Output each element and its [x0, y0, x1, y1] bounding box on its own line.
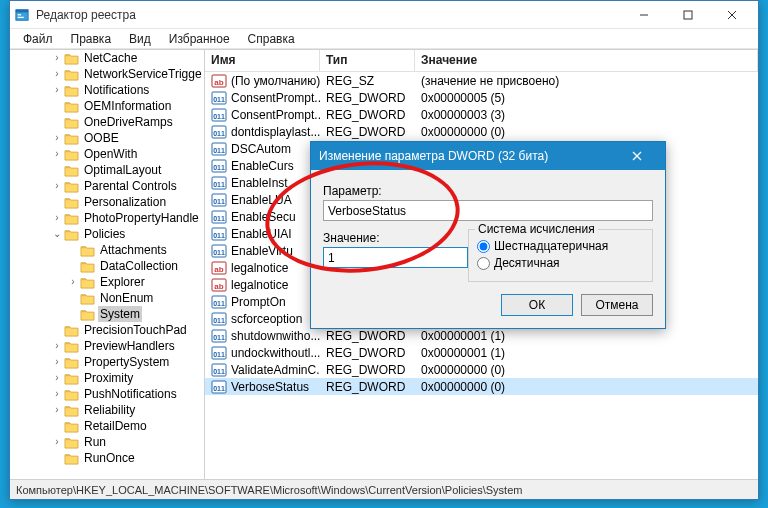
tree-label[interactable]: OOBE	[82, 130, 121, 146]
value-row[interactable]: 011ConsentPrompt...REG_DWORD0x00000005 (…	[205, 89, 758, 106]
tree-node[interactable]: ›PropertySystem	[10, 354, 204, 370]
maximize-button[interactable]	[666, 1, 710, 29]
menu-view[interactable]: Вид	[122, 31, 158, 47]
chevron-down-icon[interactable]: ⌄	[50, 226, 64, 242]
folder-icon	[80, 292, 95, 305]
registry-tree[interactable]: ›NetCache›NetworkServiceTrigge›Notificat…	[10, 50, 205, 479]
chevron-right-icon[interactable]: ›	[50, 338, 64, 354]
chevron-right-icon[interactable]: ›	[50, 66, 64, 82]
tree-label[interactable]: PropertySystem	[82, 354, 171, 370]
param-input[interactable]	[323, 200, 653, 221]
chevron-right-icon[interactable]: ›	[50, 434, 64, 450]
tree-node[interactable]: ›Explorer	[10, 274, 204, 290]
tree-label[interactable]: Attachments	[98, 242, 169, 258]
chevron-right-icon[interactable]: ›	[50, 130, 64, 146]
tree-label[interactable]: Notifications	[82, 82, 151, 98]
col-type[interactable]: Тип	[320, 50, 415, 71]
tree-label[interactable]: DataCollection	[98, 258, 180, 274]
radio-dec[interactable]: Десятичная	[477, 256, 644, 270]
menu-file[interactable]: Файл	[16, 31, 60, 47]
menu-favorites[interactable]: Избранное	[162, 31, 237, 47]
value-row[interactable]: 011shutdownwitho...REG_DWORD0x00000001 (…	[205, 327, 758, 344]
tree-node[interactable]: ›Run	[10, 434, 204, 450]
tree-label[interactable]: NetCache	[82, 50, 139, 66]
tree-node[interactable]: ›PhotoPropertyHandle	[10, 210, 204, 226]
tree-label[interactable]: PushNotifications	[82, 386, 179, 402]
tree-label[interactable]: RunOnce	[82, 450, 137, 466]
col-name[interactable]: Имя	[205, 50, 320, 71]
tree-node[interactable]: ›Reliability	[10, 402, 204, 418]
chevron-right-icon[interactable]: ›	[50, 146, 64, 162]
tree-node[interactable]: ›OOBE	[10, 130, 204, 146]
value-row[interactable]: 011VerboseStatusREG_DWORD0x00000000 (0)	[205, 378, 758, 395]
titlebar[interactable]: Редактор реестра	[10, 1, 758, 29]
chevron-right-icon[interactable]: ›	[66, 274, 80, 290]
tree-node[interactable]: OneDriveRamps	[10, 114, 204, 130]
chevron-right-icon[interactable]: ›	[50, 402, 64, 418]
menu-edit[interactable]: Правка	[64, 31, 119, 47]
tree-label[interactable]: Run	[82, 434, 108, 450]
tree-label[interactable]: Proximity	[82, 370, 135, 386]
ok-button[interactable]: ОК	[501, 294, 573, 316]
tree-node[interactable]: ›PreviewHandlers	[10, 338, 204, 354]
tree-node[interactable]: Personalization	[10, 194, 204, 210]
dialog-close-button[interactable]	[617, 142, 657, 170]
tree-label[interactable]: OpenWith	[82, 146, 139, 162]
tree-node[interactable]: OptimalLayout	[10, 162, 204, 178]
tree-node[interactable]: RunOnce	[10, 450, 204, 466]
value-row[interactable]: ab(По умолчанию)REG_SZ(значение не присв…	[205, 72, 758, 89]
radio-hex-input[interactable]	[477, 240, 490, 253]
value-row[interactable]: 011undockwithoutl...REG_DWORD0x00000001 …	[205, 344, 758, 361]
chevron-right-icon[interactable]: ›	[50, 50, 64, 66]
tree-node[interactable]: ⌄Policies	[10, 226, 204, 242]
svg-text:011: 011	[213, 215, 225, 222]
minimize-button[interactable]	[622, 1, 666, 29]
close-button[interactable]	[710, 1, 754, 29]
tree-label[interactable]: RetailDemo	[82, 418, 149, 434]
menu-help[interactable]: Справка	[241, 31, 302, 47]
value-input[interactable]	[323, 247, 468, 268]
tree-node[interactable]: System	[10, 306, 204, 322]
tree-node[interactable]: DataCollection	[10, 258, 204, 274]
tree-node[interactable]: NonEnum	[10, 290, 204, 306]
tree-node[interactable]: ›Notifications	[10, 82, 204, 98]
value-row[interactable]: 011ValidateAdminC...REG_DWORD0x00000000 …	[205, 361, 758, 378]
tree-node[interactable]: ›PushNotifications	[10, 386, 204, 402]
chevron-right-icon[interactable]: ›	[50, 354, 64, 370]
radio-hex[interactable]: Шестнадцатеричная	[477, 239, 644, 253]
chevron-right-icon[interactable]: ›	[50, 370, 64, 386]
dialog-titlebar[interactable]: Изменение параметра DWORD (32 бита)	[311, 142, 665, 170]
tree-label[interactable]: PrecisionTouchPad	[82, 322, 189, 338]
tree-label[interactable]: System	[98, 306, 142, 322]
tree-node[interactable]: OEMInformation	[10, 98, 204, 114]
tree-label[interactable]: Policies	[82, 226, 127, 242]
tree-label[interactable]: NetworkServiceTrigge	[82, 66, 204, 82]
tree-label[interactable]: NonEnum	[98, 290, 155, 306]
tree-label[interactable]: Personalization	[82, 194, 168, 210]
tree-node[interactable]: PrecisionTouchPad	[10, 322, 204, 338]
value-row[interactable]: 011dontdisplaylast...REG_DWORD0x00000000…	[205, 123, 758, 140]
tree-label[interactable]: PhotoPropertyHandle	[82, 210, 201, 226]
radio-dec-input[interactable]	[477, 257, 490, 270]
chevron-right-icon[interactable]: ›	[50, 386, 64, 402]
tree-node[interactable]: ›OpenWith	[10, 146, 204, 162]
tree-label[interactable]: Parental Controls	[82, 178, 179, 194]
cancel-button[interactable]: Отмена	[581, 294, 653, 316]
tree-label[interactable]: Explorer	[98, 274, 147, 290]
col-data[interactable]: Значение	[415, 50, 758, 71]
tree-node[interactable]: ›NetworkServiceTrigge	[10, 66, 204, 82]
tree-label[interactable]: Reliability	[82, 402, 137, 418]
value-row[interactable]: 011ConsentPrompt...REG_DWORD0x00000003 (…	[205, 106, 758, 123]
tree-label[interactable]: PreviewHandlers	[82, 338, 177, 354]
tree-node[interactable]: Attachments	[10, 242, 204, 258]
tree-node[interactable]: RetailDemo	[10, 418, 204, 434]
tree-label[interactable]: OEMInformation	[82, 98, 173, 114]
tree-node[interactable]: ›Proximity	[10, 370, 204, 386]
tree-node[interactable]: ›NetCache	[10, 50, 204, 66]
tree-label[interactable]: OptimalLayout	[82, 162, 163, 178]
chevron-right-icon[interactable]: ›	[50, 210, 64, 226]
tree-node[interactable]: ›Parental Controls	[10, 178, 204, 194]
chevron-right-icon[interactable]: ›	[50, 82, 64, 98]
tree-label[interactable]: OneDriveRamps	[82, 114, 175, 130]
chevron-right-icon[interactable]: ›	[50, 178, 64, 194]
